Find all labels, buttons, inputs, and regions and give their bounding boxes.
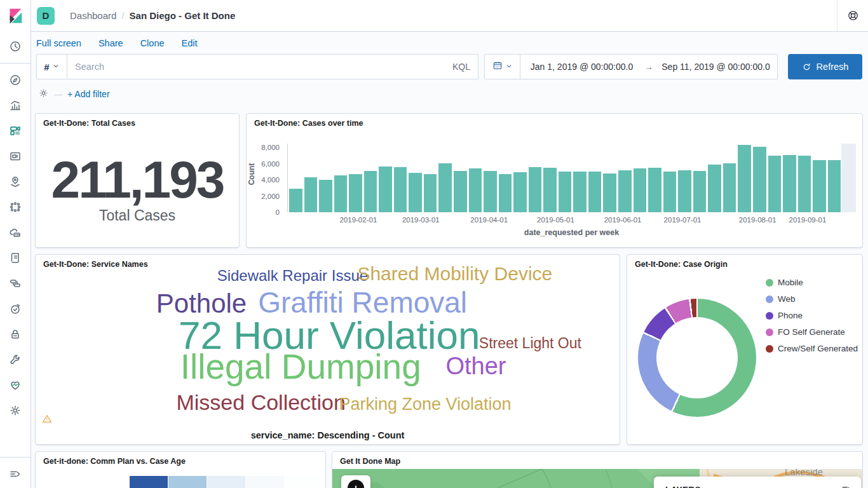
breadcrumb: Dashboard / San Diego - Get It Done — [70, 10, 235, 21]
legend-item[interactable]: Crew/Self Generated — [766, 344, 858, 353]
bar[interactable] — [783, 155, 796, 213]
legend-item[interactable]: FO Self Generate — [766, 327, 858, 337]
full-screen-link[interactable]: Full screen — [36, 38, 81, 48]
bar[interactable] — [334, 175, 348, 212]
bar[interactable] — [484, 171, 497, 212]
heatmap-cell[interactable] — [207, 476, 246, 488]
sidebar-item-apm[interactable] — [0, 271, 31, 296]
sidebar-item-maps[interactable] — [0, 169, 31, 194]
legend-item[interactable]: Mobile — [766, 278, 858, 287]
bar[interactable] — [379, 166, 392, 212]
bar[interactable] — [469, 168, 482, 212]
bar[interactable] — [529, 167, 542, 212]
legend-item[interactable]: Web — [766, 294, 858, 304]
share-link[interactable]: Share — [98, 38, 123, 48]
bar[interactable] — [349, 174, 362, 212]
sidebar-item-canvas[interactable] — [0, 144, 31, 169]
bar[interactable] — [678, 170, 691, 212]
bar[interactable] — [513, 172, 527, 212]
filter-set-dropdown[interactable]: # — [37, 55, 67, 79]
panel-case-origin: Get-It-Done: Case Origin MobileWebPhoneF… — [627, 254, 863, 445]
sidebar-item-uptime[interactable] — [0, 296, 31, 322]
bar[interactable] — [723, 163, 736, 212]
bar[interactable] — [438, 163, 452, 212]
heatmap-cell[interactable] — [285, 476, 323, 488]
sidebar-item-management[interactable] — [0, 398, 31, 423]
heatmap-cell[interactable] — [130, 476, 168, 488]
end-date-field[interactable]: Sep 11, 2019 @ 00:00:00.0 — [654, 62, 777, 72]
heatmap-cell[interactable] — [168, 476, 207, 488]
warning-icon[interactable] — [42, 414, 52, 426]
bar[interactable] — [813, 160, 826, 212]
edit-link[interactable]: Edit — [182, 38, 198, 48]
bar[interactable] — [304, 177, 318, 212]
heatmap-cell[interactable] — [246, 476, 285, 488]
bar[interactable] — [634, 168, 647, 213]
sidebar-item-stack-monitoring[interactable] — [0, 372, 31, 398]
bar[interactable] — [499, 174, 512, 212]
tag-cloud-word[interactable]: Sidewalk Repair Issue — [217, 268, 368, 283]
legend-dot-icon — [766, 345, 773, 353]
x-axis-ticks: 2019-02-012019-03-012019-04-012019-05-01… — [287, 216, 856, 225]
sidebar-item-dashboard[interactable] — [0, 118, 31, 144]
sidebar-item-logs[interactable] — [0, 245, 31, 271]
bar[interactable] — [588, 172, 602, 212]
sidebar-item-infrastructure[interactable] — [0, 220, 31, 245]
bar[interactable] — [603, 173, 616, 212]
bar[interactable] — [738, 145, 751, 212]
tag-cloud-word[interactable]: Shared Mobility Device — [357, 264, 552, 283]
legend-item[interactable]: Phone — [766, 311, 858, 320]
bar[interactable] — [663, 172, 677, 212]
space-badge[interactable]: D — [37, 7, 55, 25]
bar[interactable] — [559, 172, 572, 212]
bar[interactable] — [798, 156, 811, 212]
query-language-toggle[interactable]: KQL — [445, 62, 478, 72]
calendar-dropdown[interactable] — [485, 55, 520, 79]
sidebar-item-machine-learning[interactable] — [0, 194, 31, 220]
bar[interactable] — [543, 168, 557, 212]
add-filter-button[interactable]: + Add filter — [67, 89, 110, 99]
sidebar-item-discover[interactable] — [0, 67, 31, 93]
bar[interactable] — [394, 167, 407, 212]
help-icon[interactable] — [837, 10, 868, 22]
bar[interactable] — [768, 156, 782, 212]
start-date-field[interactable]: Jan 1, 2019 @ 00:00:00.0 — [520, 62, 643, 72]
collapse-navigation-icon[interactable] — [0, 461, 31, 487]
bar[interactable] — [289, 189, 302, 212]
bar[interactable] — [708, 165, 721, 212]
refresh-button[interactable]: Refresh — [788, 54, 862, 79]
legend-label: FO Self Generate — [778, 327, 845, 337]
sidebar-item-siem[interactable] — [0, 322, 31, 347]
search-input[interactable] — [67, 62, 445, 72]
tag-cloud-word[interactable]: Illegal Dumping — [180, 349, 421, 384]
bar[interactable] — [618, 170, 632, 212]
map-canvas[interactable]: + Lakeside LAYERS — [332, 469, 862, 488]
date-picker: Jan 1, 2019 @ 00:00:00.0 → Sep 11, 2019 … — [484, 54, 778, 79]
tag-cloud-word[interactable]: Other — [445, 354, 506, 378]
donut-chart[interactable] — [638, 299, 756, 417]
tag-cloud-word[interactable]: Graffiti Removal — [258, 288, 467, 317]
tag-cloud-word[interactable]: Street Light Out — [479, 336, 581, 350]
bar[interactable] — [573, 172, 587, 212]
layers-collapse-icon[interactable] — [841, 484, 852, 488]
tag-cloud-word[interactable]: Missed Collection — [176, 391, 345, 413]
bar[interactable] — [454, 171, 467, 212]
sidebar-item-dev-tools[interactable] — [0, 347, 31, 372]
partial-bucket-band — [841, 144, 856, 212]
breadcrumb-dashboard[interactable]: Dashboard — [70, 10, 116, 21]
bar[interactable] — [424, 174, 437, 212]
bar[interactable] — [364, 171, 377, 212]
sidebar-item-visualize[interactable] — [0, 93, 31, 118]
bar[interactable] — [753, 147, 766, 212]
kibana-logo[interactable] — [0, 0, 31, 32]
clone-link[interactable]: Clone — [140, 38, 165, 48]
bar[interactable] — [693, 171, 707, 212]
bar[interactable] — [648, 168, 661, 212]
filter-options-gear-icon[interactable] — [38, 88, 49, 101]
bar[interactable] — [409, 173, 422, 212]
tag-cloud-word[interactable]: Parking Zone Violation — [339, 395, 511, 412]
recently-viewed-icon[interactable] — [0, 34, 31, 59]
bar[interactable] — [319, 180, 332, 212]
bar[interactable] — [828, 160, 841, 212]
map-zoom-in-button[interactable]: + — [341, 475, 370, 488]
